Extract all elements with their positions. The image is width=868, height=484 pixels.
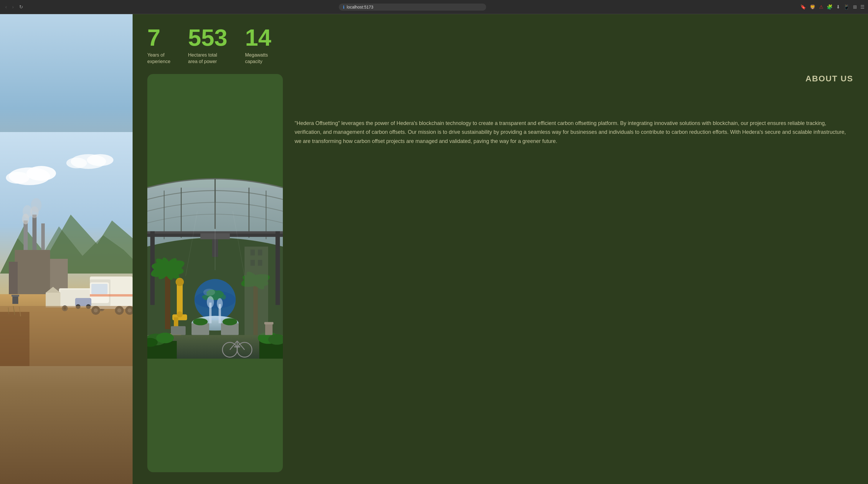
bookmark-icon[interactable]: 🔖	[800, 4, 806, 10]
svg-point-9	[66, 158, 87, 168]
browser-actions: 🔖 🦁 ⚠ 🧩 ⬇ 📱 ⊞ ☰	[800, 4, 865, 10]
svg-rect-31	[91, 284, 107, 294]
stat-megawatts: 14 Megawattscapacity	[245, 26, 271, 65]
page-content: 7 Years ofexperience 553 Hectares totala…	[0, 14, 868, 484]
about-section: ABOUT US "Hedera Offsetting" leverages t…	[294, 74, 853, 472]
tab-icon[interactable]: ⊞	[853, 4, 857, 10]
about-text: "Hedera Offsetting" leverages the power …	[294, 119, 853, 146]
right-panel: 7 Years ofexperience 553 Hectares totala…	[132, 14, 868, 484]
about-title: ABOUT US	[294, 74, 853, 83]
address-bar[interactable]: ℹ localhost:5173	[339, 3, 486, 10]
svg-rect-26	[46, 293, 60, 307]
stat-years-number: 7	[147, 26, 161, 50]
extensions-icon[interactable]: 🧩	[827, 4, 833, 10]
svg-point-93	[156, 332, 174, 343]
svg-rect-43	[11, 295, 19, 297]
stat-megawatts-number: 14	[245, 26, 271, 50]
svg-rect-19	[9, 262, 18, 294]
url-text: localhost:5173	[347, 5, 373, 9]
industrial-scene-svg	[0, 14, 132, 484]
stats-row: 7 Years ofexperience 553 Hectares totala…	[147, 26, 853, 65]
reload-button[interactable]: ↻	[18, 3, 25, 11]
stat-years: 7 Years ofexperience	[147, 26, 170, 65]
svg-rect-99	[250, 249, 255, 255]
menu-icon[interactable]: ☰	[860, 4, 865, 10]
stat-hectares-label: Hectares totalarea of power	[188, 52, 217, 65]
svg-point-89	[193, 318, 208, 325]
alert-icon: ⚠	[819, 4, 823, 10]
svg-rect-109	[265, 323, 273, 335]
stat-hectares-number: 553	[188, 26, 227, 50]
stat-years-label: Years ofexperience	[147, 52, 170, 65]
greenhouse-svg	[147, 74, 283, 472]
svg-point-78	[176, 278, 184, 286]
svg-point-6	[6, 172, 29, 184]
svg-rect-110	[264, 322, 273, 324]
nav-buttons[interactable]: ‹ › ↻	[3, 3, 25, 11]
svg-point-90	[222, 318, 237, 325]
svg-rect-38	[90, 294, 132, 297]
browser-chrome: ‹ › ↻ ℹ localhost:5173 🔖 🦁 ⚠ 🧩 ⬇ 📱 ⊞ ☰	[0, 0, 868, 14]
download-icon[interactable]: ⬇	[836, 4, 840, 10]
svg-point-16	[31, 198, 41, 212]
forward-button[interactable]: ›	[10, 3, 15, 11]
svg-rect-42	[12, 296, 18, 304]
svg-point-79	[177, 311, 183, 317]
svg-point-73	[203, 289, 215, 296]
stat-megawatts-label: Megawattscapacity	[245, 52, 268, 65]
stat-hectares: 553 Hectares totalarea of power	[188, 26, 227, 65]
shield-icon: 🦁	[810, 4, 815, 10]
svg-rect-45	[0, 312, 29, 366]
svg-rect-102	[258, 260, 262, 266]
svg-rect-101	[250, 260, 255, 266]
svg-rect-88	[171, 326, 186, 335]
svg-point-8	[87, 154, 114, 166]
svg-rect-17	[15, 250, 50, 294]
main-content-area: ABOUT US "Hedera Offsetting" leverages t…	[147, 74, 853, 472]
svg-point-5	[27, 166, 56, 181]
device-icon[interactable]: 📱	[843, 4, 849, 10]
svg-point-84	[217, 298, 223, 309]
center-image-container	[147, 74, 283, 472]
security-icon: ℹ	[343, 5, 344, 9]
left-image-panel	[0, 14, 132, 484]
svg-rect-98	[245, 246, 268, 335]
svg-rect-100	[258, 249, 262, 255]
svg-point-83	[207, 296, 214, 308]
svg-rect-58	[276, 231, 280, 305]
back-button[interactable]: ‹	[3, 3, 8, 11]
